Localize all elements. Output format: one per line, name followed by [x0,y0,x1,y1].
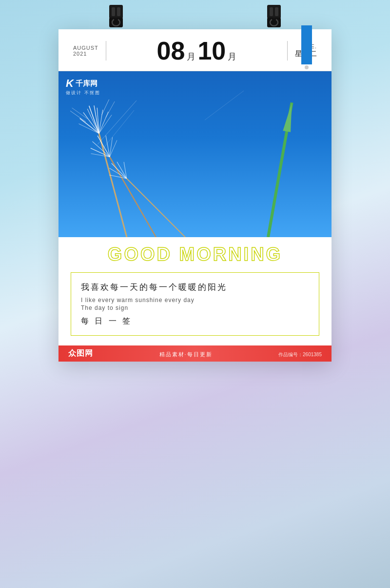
svg-line-35 [127,179,185,237]
grass-illustration [58,71,332,237]
good-morning-text: GOOD MORNING [58,237,332,270]
day-number: 08 [157,38,185,63]
svg-line-26 [102,101,118,118]
english-line1: I like every warm sunshine every day [81,297,309,304]
photo-area: K 千库网 做设计 不抠图 [58,71,332,237]
svg-line-12 [99,133,127,237]
svg-rect-5 [114,19,118,21]
divider-left [106,41,106,61]
svg-marker-42 [283,102,295,132]
photo-watermark: K 千库网 做设计 不抠图 [66,77,100,96]
content-box: 我喜欢每一天的每一个暖暖的阳光 I like every warm sunshi… [71,272,319,336]
svg-line-24 [72,105,88,122]
svg-line-45 [205,91,244,120]
svg-rect-11 [272,19,276,21]
site-slogan: 精品素材·每日更新 [159,351,213,357]
logo-sub: 做设计 不抠图 [66,90,100,96]
work-number: 作品编号：2601385 [278,352,322,357]
clip-right-icon [265,5,283,33]
english-line2: The day to sign [81,304,309,311]
date-unit: 月 [228,51,236,62]
poster: AUGUST 2021 08 月 10 月 TUE. 星期二 [58,29,332,362]
svg-rect-0 [109,5,123,19]
month-label: AUGUST [73,45,98,51]
date-center: 08 月 10 月 [114,38,280,63]
svg-line-44 [102,110,134,149]
svg-line-23 [70,108,86,125]
divider-right [287,41,288,61]
svg-line-39 [114,162,130,179]
month-year-block: AUGUST 2021 [73,45,98,57]
svg-rect-7 [270,7,273,16]
svg-rect-2 [117,7,120,16]
chinese-main-text: 我喜欢每一天的每一个暖暖的阳光 [81,282,309,293]
clip-left-icon [107,5,125,33]
date-number: 10 [197,38,226,63]
date-header: AUGUST 2021 08 月 10 月 TUE. 星期二 [58,29,332,71]
svg-rect-8 [275,7,278,16]
year-label: 2021 [73,51,98,57]
bottom-bar: 众图网 精品素材·每日更新 作品编号：2601385 [58,345,332,362]
blue-tab [301,25,312,64]
svg-line-20 [78,120,99,138]
logo-k-icon: K [66,77,74,90]
svg-line-25 [98,100,113,115]
svg-rect-1 [112,7,115,16]
site-name: 众图网 [68,348,93,359]
chinese-sign: 每 日 一 签 [81,316,309,326]
day-unit: 月 [187,51,195,62]
logo-text: 千库网 [76,79,98,88]
svg-rect-6 [267,5,281,19]
svg-line-43 [98,101,136,144]
